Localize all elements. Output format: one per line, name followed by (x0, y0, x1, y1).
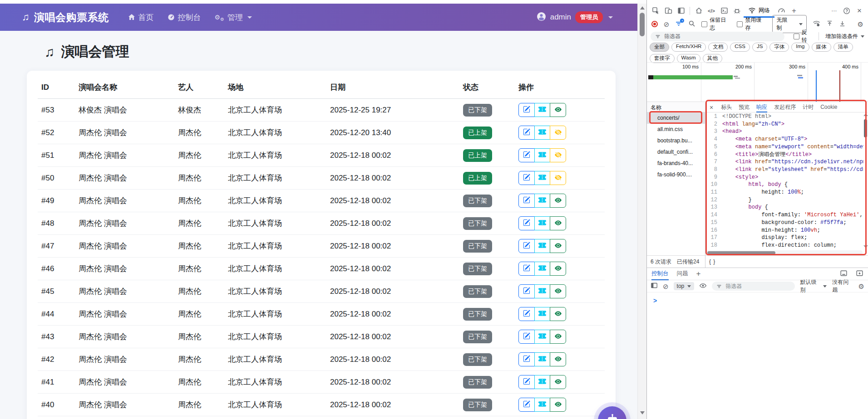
console-tab-控制台[interactable]: 控制台 (651, 268, 669, 280)
detail-tab-响应[interactable]: 响应 (756, 102, 767, 112)
network-conditions-icon[interactable] (813, 20, 820, 28)
publish-button[interactable] (550, 284, 566, 298)
unpublish-button[interactable] (550, 171, 566, 185)
console-tab-icon[interactable] (718, 5, 730, 17)
detail-tab-计时[interactable]: 计时 (803, 102, 814, 112)
edit-button[interactable] (518, 148, 535, 162)
ticket-button[interactable] (534, 239, 551, 253)
filter-pill-媒体[interactable]: 媒体 (812, 43, 831, 52)
filter-pill-Img[interactable]: Img (791, 43, 809, 52)
publish-button[interactable] (550, 216, 566, 230)
inspect-element-icon[interactable] (650, 5, 661, 17)
navbar-item-首页[interactable]: 首页 (128, 12, 154, 23)
unpublish-button[interactable] (550, 148, 566, 162)
response-code-viewer[interactable]: 1<!DOCTYPE html>2<html lang="zh-CN">3<he… (706, 113, 863, 249)
request-row[interactable]: bootstrap.bu... (647, 135, 705, 146)
navbar-item-控制台[interactable]: 控制台 (168, 12, 201, 23)
ticket-button[interactable] (534, 284, 551, 298)
publish-button[interactable] (550, 239, 566, 253)
publish-button[interactable] (550, 307, 566, 321)
edit-button[interactable] (518, 352, 535, 366)
ticket-button[interactable] (534, 262, 551, 276)
code-horizontal-scrollbar[interactable] (706, 250, 863, 255)
scroll-down-arrow[interactable] (640, 411, 645, 414)
filter-pill-文档[interactable]: 文档 (708, 43, 728, 52)
filter-toggle-icon[interactable]: × (675, 20, 682, 28)
ticket-button[interactable] (534, 216, 551, 230)
export-har-icon[interactable] (839, 20, 846, 29)
console-tab-问题[interactable]: 问题 (677, 268, 688, 280)
detail-tab-Cookie[interactable]: Cookie (820, 102, 837, 112)
log-level-select[interactable]: 默认级别 (800, 278, 827, 294)
close-devtools-icon[interactable]: × (853, 5, 865, 17)
detail-tab-预览[interactable]: 预览 (739, 102, 750, 112)
publish-button[interactable] (550, 262, 566, 276)
more-filters-dropdown[interactable]: 增加筛选条件 (825, 33, 864, 40)
clear-network-log-icon[interactable]: ⊘ (664, 21, 670, 28)
edit-button[interactable] (518, 171, 535, 185)
scroll-up-arrow[interactable] (640, 6, 645, 10)
filter-pill-清单[interactable]: 清单 (833, 43, 853, 52)
edit-button[interactable] (518, 330, 535, 344)
ticket-button[interactable] (534, 398, 551, 412)
clear-console-icon[interactable]: ⊘ (663, 283, 669, 290)
filter-pill-全部[interactable]: 全部 (650, 43, 669, 52)
network-tab[interactable]: 网络 (744, 4, 774, 18)
filter-pill-套接字[interactable]: 套接字 (650, 54, 675, 63)
filter-pill-字体[interactable]: 字体 (769, 43, 789, 52)
navbar-item-管理[interactable]: ⚙⚙管理 (215, 12, 252, 23)
scrollbar-thumb[interactable] (640, 13, 645, 36)
sources-bug-icon[interactable] (731, 5, 743, 17)
publish-button[interactable] (550, 194, 566, 208)
filter-pill-CSS[interactable]: CSS (730, 43, 750, 52)
publish-button[interactable] (550, 352, 566, 366)
filter-pill-Fetch/XHR[interactable]: Fetch/XHR (671, 43, 706, 52)
console-sidebar-icon[interactable] (651, 282, 658, 290)
edit-button[interactable] (518, 126, 535, 140)
request-row[interactable]: all.min.css (647, 124, 705, 135)
request-row[interactable]: default_confi... (647, 146, 705, 158)
invert-filter-checkbox[interactable]: 反转 (794, 29, 812, 44)
format-code-button[interactable]: { } (709, 258, 715, 265)
ticket-button[interactable] (534, 126, 551, 140)
filter-pill-JS[interactable]: JS (752, 43, 767, 52)
console-prompt-chevron[interactable]: > (647, 292, 868, 304)
ticket-button[interactable] (534, 171, 551, 185)
javascript-context-select[interactable]: top (674, 282, 695, 290)
edit-button[interactable] (518, 239, 535, 253)
elements-tab-icon[interactable]: </> (705, 5, 717, 17)
filter-pill-其他[interactable]: 其他 (703, 54, 722, 63)
page-scrollbar[interactable] (637, 4, 646, 419)
more-options-icon[interactable]: ⋯ (828, 5, 840, 17)
ticket-button[interactable] (534, 148, 551, 162)
edit-button[interactable] (518, 216, 535, 230)
ticket-button[interactable] (534, 375, 551, 389)
network-filter-input[interactable]: 筛选器 (651, 32, 784, 41)
expand-drawer-icon[interactable] (856, 270, 863, 278)
request-row[interactable]: concerts/ (647, 112, 705, 124)
help-icon[interactable] (841, 5, 853, 17)
request-row[interactable]: fa-solid-900.... (647, 169, 705, 180)
dock-drawer-icon[interactable] (840, 270, 848, 278)
welcome-home-icon[interactable] (693, 5, 705, 17)
code-vertical-scrollbar[interactable] (863, 113, 868, 248)
publish-button[interactable] (550, 103, 566, 117)
edit-button[interactable] (518, 194, 535, 208)
publish-button[interactable] (550, 398, 566, 412)
search-icon[interactable] (688, 20, 695, 29)
publish-button[interactable] (550, 375, 566, 389)
ticket-button[interactable] (534, 103, 551, 117)
name-column-header[interactable]: 名称 (647, 102, 705, 112)
ticket-button[interactable] (534, 307, 551, 321)
live-expression-eye-icon[interactable] (699, 283, 707, 290)
publish-button[interactable] (550, 330, 566, 344)
detail-tab-标头[interactable]: 标头 (721, 102, 732, 112)
edit-button[interactable] (518, 262, 535, 276)
filter-pill-Wasm[interactable]: Wasm (677, 54, 700, 63)
console-settings-gear-icon[interactable]: ⚙ (858, 283, 864, 290)
edit-button[interactable] (518, 375, 535, 389)
dock-side-icon[interactable] (675, 5, 687, 17)
edit-button[interactable] (518, 398, 535, 412)
record-network-log-button[interactable] (651, 21, 658, 27)
edit-button[interactable] (518, 103, 535, 117)
